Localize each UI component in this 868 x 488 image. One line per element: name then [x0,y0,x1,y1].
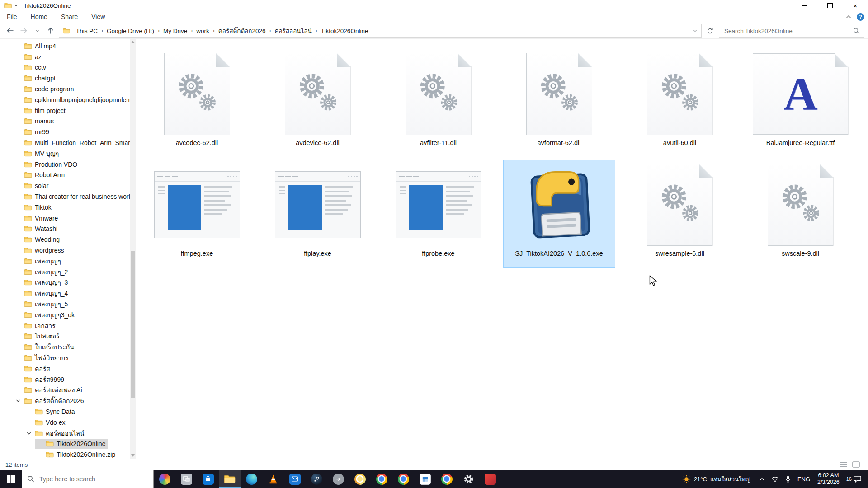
tree-item-row[interactable]: az [14,52,45,62]
address-history-caret-icon[interactable] [689,29,701,32]
tree-item-row[interactable]: Sync Data [24,407,78,417]
tree-item-row[interactable]: Prodution VDO [14,160,80,169]
gray-circle-app-icon[interactable] [327,470,349,488]
maximize-button[interactable] [817,0,843,11]
chrome-yellow-icon[interactable] [349,470,371,488]
tree-item-row[interactable]: manus [14,116,57,126]
chrome-icon-2[interactable] [392,470,414,488]
tree-item-row[interactable]: film project [14,106,69,116]
breadcrumb-item-5[interactable]: คอร์สออนไลน์ [271,26,315,36]
tree-item-row[interactable]: Tiktok [14,202,55,212]
taskbar-search-input[interactable] [38,475,148,483]
tree-item-row[interactable]: เพลงบุญๆ_4 [14,288,71,298]
clock[interactable]: 6:02 AM2/3/2026 [814,470,843,488]
file-SJ_TiktokAI2026_V_1.0.6.exe[interactable]: SJ_TiktokAI2026_V_1.0.6.exe [503,160,615,268]
tree-item-row[interactable]: MV บุญๆ [14,149,62,159]
collapse-ribbon-icon[interactable] [846,15,851,19]
file-swresample-6.dll[interactable]: swresample-6.dll [624,160,736,268]
tree-item-34[interactable]: Sync Data [0,406,136,417]
details-view-button[interactable] [840,461,848,468]
blue-window-app-icon[interactable] [414,470,436,488]
chrome-icon[interactable] [371,470,392,488]
show-desktop-button[interactable] [865,470,868,488]
tree-item-row[interactable]: mr99 [14,127,52,137]
vlc-icon[interactable] [262,470,284,488]
file-BaiJamjuree-Regular.ttf[interactable]: ABaiJamjuree-Regular.ttf [745,49,857,157]
chevron-expanded-icon[interactable] [14,399,21,403]
tree-item-23[interactable]: เพลงบุญๆ_4 [0,288,136,299]
tree-item-30[interactable]: คอร์ส [0,363,136,374]
tree-item-row[interactable]: Thai creator for real business workshop [14,192,136,202]
file-avformat-62.dll[interactable]: avformat-62.dll [503,49,615,157]
close-button[interactable]: × [843,0,868,11]
tree-item-26[interactable]: เอกสาร [0,320,136,331]
tree-item-row[interactable]: cctv [14,62,49,72]
tree-item-row[interactable]: คอร์ส9999 [14,375,67,385]
tree-item-row[interactable]: เพลงบุญๆ_3 [14,277,71,287]
tree-item-row[interactable]: solar [14,181,52,191]
tree-item-3[interactable]: chatgpt [0,73,136,84]
tree-item-row[interactable]: Robot Arm [14,170,68,180]
tree-item-row[interactable]: ไฟล์วิทยากร [14,353,72,363]
chevron-expanded-icon[interactable] [25,432,32,435]
hidden-icons-button[interactable] [756,470,768,488]
tab-view[interactable]: View [85,11,112,23]
refresh-button[interactable] [703,24,716,37]
tree-item-row[interactable]: code program [14,84,77,94]
tree-item-row[interactable]: wordpress [14,245,67,255]
tree-item-21[interactable]: เพลงบุญๆ_2 [0,267,136,277]
breadcrumb-item-6[interactable]: Tiktok2026Online [318,28,372,34]
tree-item-row[interactable]: Multi_Function_Robot_Arm_Smart_Car [14,138,136,148]
anydesk-icon[interactable] [479,470,501,488]
tab-share[interactable]: Share [54,11,85,23]
tree-item-row[interactable]: Tiktok2026Online [35,439,108,449]
tree-item-5[interactable]: cplklnmnlbnpmjogncfgfijoopmnlemp [0,94,136,105]
tree-item-37[interactable]: Tiktok2026Online [0,438,136,449]
settings-gear-icon[interactable] [458,470,479,488]
tree-item-22[interactable]: เพลงบุญๆ_3 [0,277,136,288]
tree-item-7[interactable]: manus [0,116,136,127]
search-icon[interactable] [853,28,860,34]
tree-item-18[interactable]: Wedding [0,234,136,245]
tree-item-row[interactable]: เพลงบุญๆ [14,256,64,266]
file-swscale-9.dll[interactable]: swscale-9.dll [745,160,857,268]
network-button[interactable] [768,470,782,488]
action-center-button[interactable]: 16 [843,470,865,488]
file-ffplay.exe[interactable]: ffplay.exe [262,160,374,268]
tree-item-row[interactable]: chatgpt [14,73,59,83]
back-button[interactable] [4,24,16,37]
explorer-search[interactable] [719,24,864,38]
tree-item-10[interactable]: MV บุญๆ [0,148,136,159]
tree-item-17[interactable]: Watashi [0,224,136,235]
file-explorer-icon[interactable] [219,470,241,488]
address-box[interactable]: This PC›Google Drive (H:)›My Drive›work›… [59,24,702,38]
tree-item-6[interactable]: film project [0,105,136,116]
mail-icon[interactable] [284,470,306,488]
tree-item-0[interactable]: All mp4 [0,41,136,52]
up-button[interactable] [44,24,57,37]
tab-home[interactable]: Home [24,11,54,23]
language-indicator[interactable]: ENG [794,470,814,488]
tree-item-row[interactable]: คอร์สแต่งเพลง Ai [14,385,85,395]
tree-item-1[interactable]: az [0,52,136,62]
file-ffprobe.exe[interactable]: ffprobe.exe [382,160,495,268]
minimize-button[interactable] [792,0,817,11]
tree-item-row[interactable]: ใบเสร็จประกัน [14,342,77,352]
tree-item-row[interactable]: เอกสาร [14,321,59,331]
tree-item-31[interactable]: คอร์ส9999 [0,374,136,385]
customize-toolbar-caret-icon[interactable] [14,4,18,7]
tree-scrollbar[interactable] [130,39,136,459]
tree-item-row[interactable]: All mp4 [14,41,59,51]
file-avcodec-62.dll[interactable]: avcodec-62.dll [141,49,253,157]
colorful-swirl-app-icon[interactable] [154,470,175,488]
tree-item-row[interactable]: โปสเตอร์ [14,331,63,341]
tree-item-32[interactable]: คอร์สแต่งเพลง Ai [0,385,136,396]
tree-item-row[interactable]: เพลงบุญๆ_5 [14,299,71,309]
tree-item-row[interactable]: คอร์สติ๊กต้อก2026 [14,396,87,406]
store-icon[interactable] [197,470,219,488]
tree-item-36[interactable]: คอร์สออนไลน์ [0,428,136,439]
file-list-pane[interactable]: avcodec-62.dllavdevice-62.dllavfilter-11… [136,39,868,459]
tree-item-row[interactable]: Wedding [14,235,63,244]
tree-item-20[interactable]: เพลงบุญๆ [0,256,136,267]
scroll-down-icon[interactable] [131,454,135,457]
